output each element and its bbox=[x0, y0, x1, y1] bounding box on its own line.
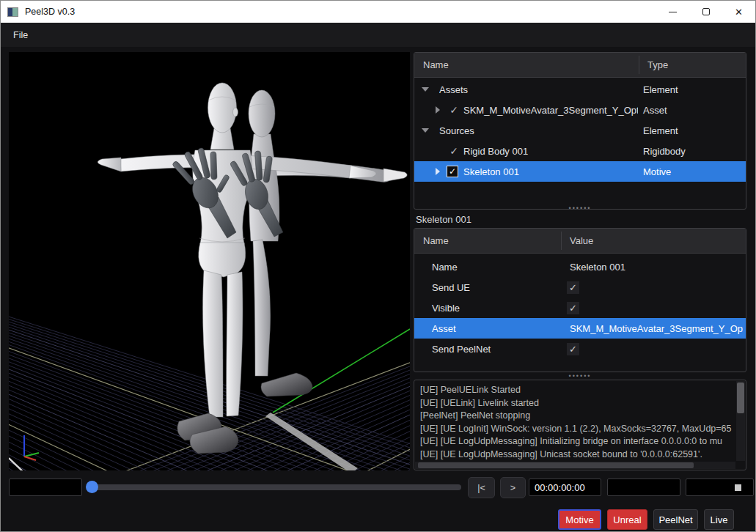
prop-row-name[interactable]: Name Skeleton 001 bbox=[414, 256, 746, 277]
expander-down-icon[interactable] bbox=[422, 128, 429, 133]
timeline-slider[interactable] bbox=[87, 484, 461, 490]
viewport-scene bbox=[9, 52, 410, 470]
log-line: [UE] [UE LogUdpMessaging] Initializing b… bbox=[420, 435, 730, 448]
checkbox[interactable]: ✓ bbox=[567, 343, 579, 355]
log-line: [UE] [UELink] Livelink started bbox=[420, 397, 730, 410]
tree-row-skeleton-001[interactable]: ✓ Skeleton 001 Motive bbox=[414, 161, 746, 182]
properties-header: Name Value bbox=[414, 229, 746, 254]
log-line: [UE] [UE LogInit] WinSock: version 1.1 (… bbox=[420, 423, 730, 436]
properties-title: Skeleton 001 bbox=[416, 212, 746, 226]
panel-splitter[interactable]: •••••• bbox=[414, 205, 746, 210]
checkbox[interactable]: ✓ bbox=[447, 144, 460, 158]
prop-row-visible[interactable]: Visible ✓ bbox=[414, 298, 746, 318]
panel-splitter[interactable]: •••••• bbox=[414, 373, 746, 378]
unreal-button[interactable]: Unreal bbox=[607, 509, 647, 530]
close-button[interactable]: ✕ bbox=[722, 1, 755, 23]
app-icon bbox=[7, 7, 18, 17]
tree-row-sources[interactable]: Sources Element bbox=[414, 120, 746, 141]
tree-row-skm-asset[interactable]: ✓ SKM_M_MotiveAvatar_3Segment_Y_Opti Ass… bbox=[414, 100, 746, 120]
timecode-field[interactable]: 00:00:00:00 bbox=[529, 479, 601, 496]
scene-tree-panel: Name Type Assets Element ✓ SKM_M_MotiveA… bbox=[414, 52, 746, 210]
column-header-name[interactable]: Name bbox=[414, 53, 639, 77]
tree-row-rigid-body-001[interactable]: ✓ Rigid Body 001 Rigidbody bbox=[414, 141, 746, 161]
log-vertical-scrollbar[interactable] bbox=[736, 381, 745, 461]
log-panel[interactable]: [UE] PeelUELink Started [UE] [UELink] Li… bbox=[414, 380, 746, 470]
minimize-button[interactable] bbox=[656, 1, 689, 23]
step-forward-button[interactable]: > bbox=[500, 477, 526, 498]
log-output: [UE] PeelUELink Started [UE] [UELink] Li… bbox=[414, 380, 736, 462]
slider-handle[interactable] bbox=[86, 481, 98, 493]
tree-row-assets[interactable]: Assets Element bbox=[414, 79, 746, 100]
scrollbar-thumb[interactable] bbox=[418, 462, 694, 468]
live-button[interactable]: Live bbox=[704, 509, 734, 530]
checkbox[interactable]: ✓ bbox=[567, 281, 579, 294]
checkbox[interactable]: ✓ bbox=[447, 166, 458, 177]
minimize-icon bbox=[669, 12, 677, 12]
checkbox[interactable]: ✓ bbox=[567, 302, 579, 314]
column-header-name[interactable]: Name bbox=[414, 229, 562, 253]
expander-right-icon[interactable] bbox=[436, 106, 440, 114]
expander-down-icon[interactable] bbox=[422, 87, 429, 92]
expander-right-icon[interactable] bbox=[436, 168, 440, 175]
mannequin-back bbox=[249, 90, 407, 396]
menu-item-file[interactable]: File bbox=[6, 27, 35, 43]
go-to-start-button[interactable]: |< bbox=[468, 477, 495, 498]
app-window: Peel3D v0.3 ✕ File bbox=[0, 0, 756, 532]
peelnet-button[interactable]: PeelNet bbox=[653, 509, 698, 530]
titlebar: Peel3D v0.3 ✕ bbox=[1, 1, 755, 23]
log-line: [UE] [UE LogUdpMessaging] Unicast socket… bbox=[420, 448, 730, 462]
motive-button[interactable]: Motive bbox=[558, 509, 601, 530]
column-header-value[interactable]: Value bbox=[561, 229, 746, 253]
scene-tree-header: Name Type bbox=[414, 53, 746, 78]
prop-row-asset[interactable]: Asset SKM_M_MotiveAvatar_3Segment_Y_Opti bbox=[414, 318, 746, 339]
maximize-button[interactable] bbox=[689, 1, 722, 23]
stop-icon bbox=[735, 484, 741, 491]
prop-row-send-peelnet[interactable]: Send PeelNet ✓ bbox=[414, 339, 746, 359]
menu-bar: File bbox=[1, 23, 755, 47]
aux-field[interactable] bbox=[607, 479, 680, 496]
mannequin-front bbox=[98, 83, 376, 454]
prop-row-send-ue[interactable]: Send UE ✓ bbox=[414, 277, 746, 298]
scrollbar-thumb[interactable] bbox=[737, 383, 744, 413]
record-indicator-field[interactable] bbox=[686, 479, 754, 496]
checkbox[interactable]: ✓ bbox=[447, 103, 460, 117]
window-title: Peel3D v0.3 bbox=[25, 7, 75, 17]
frame-field[interactable] bbox=[9, 479, 82, 496]
column-header-type[interactable]: Type bbox=[639, 53, 746, 77]
axis-gizmo-icon bbox=[24, 435, 39, 460]
maximize-icon bbox=[702, 8, 710, 15]
log-horizontal-scrollbar[interactable] bbox=[415, 462, 735, 469]
viewport-3d[interactable] bbox=[9, 52, 410, 470]
log-line: [PeelNet] PeelNet stopping bbox=[420, 410, 730, 423]
properties-panel: Name Value Name Skeleton 001 Send UE ✓ V… bbox=[414, 228, 746, 372]
close-icon: ✕ bbox=[735, 7, 743, 18]
log-line: [UE] PeelUELink Started bbox=[420, 384, 730, 397]
